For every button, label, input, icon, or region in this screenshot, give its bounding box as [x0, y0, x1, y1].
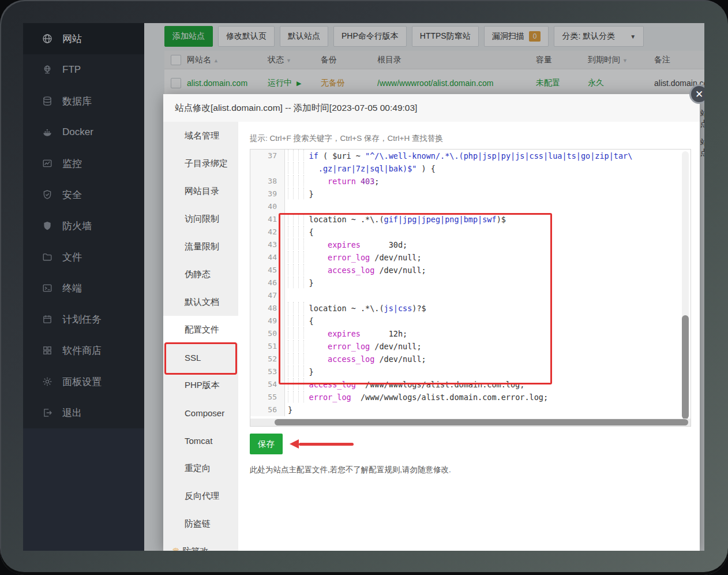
code-body[interactable]: 37if ( $uri ~ "^/\.well-known/.*\.(php|j… — [250, 150, 691, 419]
code-line: 55error_log /www/wwwlogs/alist.domain.co… — [250, 391, 691, 404]
tab-label: Tomcat — [185, 436, 212, 446]
vscrollbar-thumb[interactable] — [682, 315, 689, 419]
code-line: .gz|rar|7z|sql|bak)$" ) { — [250, 162, 691, 175]
modal-tab[interactable]: Tomcat — [163, 427, 238, 454]
config-warning-note: 此处为站点主配置文件,若您不了解配置规则,请勿随意修改. — [250, 465, 451, 475]
tab-label: SSL — [185, 353, 201, 363]
tab-label: PHP版本 — [185, 380, 220, 391]
modal-tab[interactable]: PHP版本 — [163, 371, 238, 399]
code-line: 50expires 12h; — [250, 327, 691, 340]
tab-label: 配置文件 — [185, 324, 219, 335]
hscrollbar-thumb[interactable] — [275, 419, 688, 425]
crown-icon: ♛ — [172, 546, 179, 551]
line-number: 55 — [250, 391, 285, 404]
modal-tab[interactable]: 伪静态 — [163, 260, 238, 288]
tab-label: 防盗链 — [185, 518, 211, 529]
tab-label: 反向代理 — [185, 491, 219, 502]
tab-label: 子目录绑定 — [185, 158, 228, 169]
bt-panel-app: 网站FTP数据库Docker监控安全防火墙文件终端计划任务软件商店面板设置退出 … — [23, 23, 704, 551]
line-number: 46 — [250, 277, 285, 289]
tab-label: 伪静态 — [185, 269, 211, 280]
modal-tab[interactable]: 防盗链 — [163, 510, 238, 537]
line-number: 39 — [250, 188, 285, 200]
line-number: 43 — [250, 238, 285, 251]
line-number: 47 — [250, 289, 285, 302]
line-number: 51 — [250, 340, 285, 353]
editor-vscrollbar — [682, 151, 689, 416]
line-number: 40 — [250, 200, 285, 213]
code-line: 39} — [250, 188, 691, 200]
code-line: 48location ~ .*\.(js|css)?$ — [250, 302, 691, 315]
tab-label: 防篡改 — [182, 546, 208, 551]
modal-tab[interactable]: 默认文档 — [163, 288, 238, 316]
code-line: 37if ( $uri ~ "^/\.well-known/.*\.(php|j… — [250, 150, 691, 162]
code-line: 47 — [250, 289, 691, 302]
line-number: 56 — [250, 404, 285, 416]
config-file-panel: 提示: Ctrl+F 搜索关键字，Ctrl+S 保存，Ctrl+H 查找替换 3… — [238, 122, 700, 551]
modal-tab[interactable]: 配置文件 — [163, 316, 238, 343]
close-icon[interactable]: ✕ — [689, 84, 704, 104]
tab-label: 流量限制 — [185, 241, 219, 252]
line-number — [250, 162, 285, 175]
code-line: 51error_log /dev/null; — [250, 340, 691, 353]
code-line: 42{ — [250, 226, 691, 238]
line-number: 41 — [250, 213, 285, 226]
code-line: 41location ~ .*\.(gif|jpg|jpeg|png|bmp|s… — [250, 213, 691, 226]
editor-tip: 提示: Ctrl+F 搜索关键字，Ctrl+S 保存，Ctrl+H 查找替换 — [250, 133, 443, 144]
line-number: 52 — [250, 353, 285, 365]
code-line: 45access_log /dev/null; — [250, 264, 691, 277]
code-line: 44error_log /dev/null; — [250, 251, 691, 264]
line-number: 54 — [250, 378, 285, 391]
modal-tab[interactable]: ♛防篡改 — [163, 537, 238, 551]
modal-tab[interactable]: Composer — [163, 399, 238, 427]
modal-tab[interactable]: 域名管理 — [163, 122, 238, 150]
annotation-arrow — [290, 439, 354, 449]
modal-tab[interactable]: 子目录绑定 — [163, 150, 238, 177]
modal-tab[interactable]: 访问限制 — [163, 205, 238, 233]
tab-label: 重定向 — [185, 463, 211, 474]
code-line: 56} — [250, 404, 691, 416]
editor-hscrollbar — [250, 419, 691, 426]
modal-title: 站点修改[alist.domain.com] -- 添加时间[2023-07-0… — [163, 94, 700, 122]
code-line: 40 — [250, 200, 691, 213]
line-number: 37 — [250, 150, 285, 162]
code-line: 53} — [250, 365, 691, 378]
line-number: 48 — [250, 302, 285, 315]
code-line: 43expires 30d; — [250, 238, 691, 251]
tab-label: Composer — [185, 408, 224, 418]
tab-label: 访问限制 — [185, 214, 219, 225]
code-line: 52access_log /dev/null; — [250, 353, 691, 365]
modal-tab[interactable]: 流量限制 — [163, 233, 238, 260]
modal-tab[interactable]: 重定向 — [163, 454, 238, 482]
line-number: 45 — [250, 264, 285, 277]
config-code-editor[interactable]: 37if ( $uri ~ "^/\.well-known/.*\.(php|j… — [250, 149, 691, 427]
tab-label: 网站目录 — [185, 186, 219, 197]
modal-tab[interactable]: 反向代理 — [163, 482, 238, 510]
code-line: 46} — [250, 277, 691, 289]
modal-tab-list: 域名管理子目录绑定网站目录访问限制流量限制伪静态默认文档配置文件SSLPHP版本… — [163, 122, 238, 551]
tab-label: 域名管理 — [185, 130, 219, 141]
tab-label: 默认文档 — [185, 297, 219, 308]
code-line: 54access_log /www/wwwlogs/alist.domain.c… — [250, 378, 691, 391]
save-button[interactable]: 保存 — [250, 434, 283, 454]
site-edit-modal: ✕ 站点修改[alist.domain.com] -- 添加时间[2023-07… — [163, 94, 700, 551]
modal-tab[interactable]: 网站目录 — [163, 177, 238, 205]
line-number: 50 — [250, 327, 285, 340]
modal-tab[interactable]: SSL — [163, 343, 238, 371]
line-number: 38 — [250, 175, 285, 188]
line-number: 42 — [250, 226, 285, 238]
code-line: 38return 403; — [250, 175, 691, 188]
line-number: 49 — [250, 315, 285, 327]
line-number: 53 — [250, 365, 285, 378]
line-number: 44 — [250, 251, 285, 264]
code-line: 49{ — [250, 315, 691, 327]
